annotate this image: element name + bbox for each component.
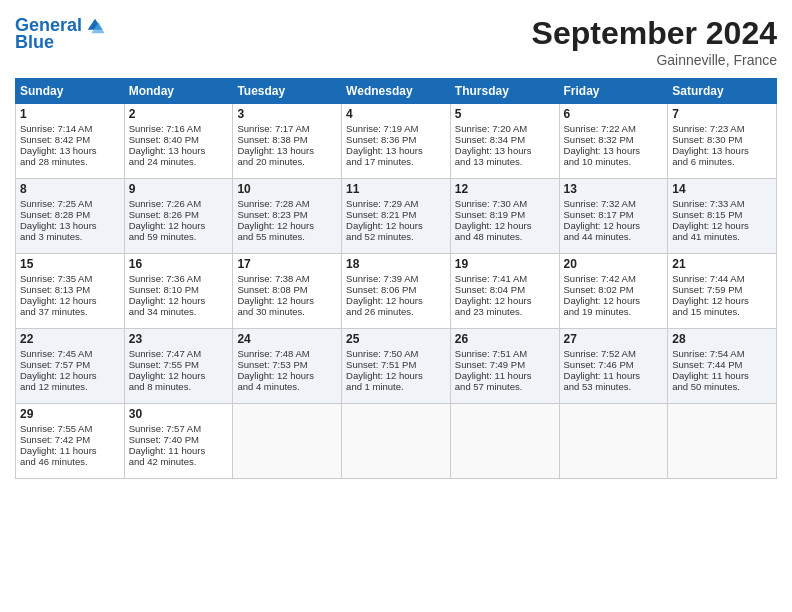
day-info: Daylight: 12 hours: [564, 295, 664, 306]
day-info: and 30 minutes.: [237, 306, 337, 317]
day-info: Daylight: 11 hours: [20, 445, 120, 456]
day-info: Sunset: 8:30 PM: [672, 134, 772, 145]
day-info: Daylight: 12 hours: [455, 220, 555, 231]
calendar-cell: 30Sunrise: 7:57 AMSunset: 7:40 PMDayligh…: [124, 404, 233, 479]
day-number: 6: [564, 107, 664, 121]
calendar-cell: 6Sunrise: 7:22 AMSunset: 8:32 PMDaylight…: [559, 104, 668, 179]
day-info: Sunset: 8:04 PM: [455, 284, 555, 295]
calendar-cell: 19Sunrise: 7:41 AMSunset: 8:04 PMDayligh…: [450, 254, 559, 329]
day-info: Daylight: 12 hours: [346, 220, 446, 231]
day-info: Sunset: 7:44 PM: [672, 359, 772, 370]
day-info: Daylight: 13 hours: [237, 145, 337, 156]
day-info: Sunrise: 7:35 AM: [20, 273, 120, 284]
day-info: and 46 minutes.: [20, 456, 120, 467]
day-info: Sunrise: 7:42 AM: [564, 273, 664, 284]
day-info: Sunset: 8:17 PM: [564, 209, 664, 220]
day-number: 25: [346, 332, 446, 346]
logo: General Blue: [15, 15, 106, 53]
day-number: 1: [20, 107, 120, 121]
col-monday: Monday: [124, 79, 233, 104]
day-info: Sunset: 7:57 PM: [20, 359, 120, 370]
calendar-cell: 9Sunrise: 7:26 AMSunset: 8:26 PMDaylight…: [124, 179, 233, 254]
day-info: Sunset: 8:23 PM: [237, 209, 337, 220]
calendar-week-row: 29Sunrise: 7:55 AMSunset: 7:42 PMDayligh…: [16, 404, 777, 479]
col-tuesday: Tuesday: [233, 79, 342, 104]
day-info: Sunrise: 7:48 AM: [237, 348, 337, 359]
day-number: 24: [237, 332, 337, 346]
day-info: Sunset: 8:38 PM: [237, 134, 337, 145]
calendar-week-row: 22Sunrise: 7:45 AMSunset: 7:57 PMDayligh…: [16, 329, 777, 404]
calendar-cell: 1Sunrise: 7:14 AMSunset: 8:42 PMDaylight…: [16, 104, 125, 179]
day-info: Sunrise: 7:38 AM: [237, 273, 337, 284]
day-info: and 55 minutes.: [237, 231, 337, 242]
day-number: 12: [455, 182, 555, 196]
day-info: Sunrise: 7:29 AM: [346, 198, 446, 209]
day-info: and 24 minutes.: [129, 156, 229, 167]
day-info: and 42 minutes.: [129, 456, 229, 467]
day-info: and 23 minutes.: [455, 306, 555, 317]
day-info: Sunrise: 7:50 AM: [346, 348, 446, 359]
calendar-cell: 21Sunrise: 7:44 AMSunset: 7:59 PMDayligh…: [668, 254, 777, 329]
day-info: Sunset: 8:34 PM: [455, 134, 555, 145]
day-number: 13: [564, 182, 664, 196]
day-info: Sunset: 7:46 PM: [564, 359, 664, 370]
day-number: 17: [237, 257, 337, 271]
calendar-cell: 3Sunrise: 7:17 AMSunset: 8:38 PMDaylight…: [233, 104, 342, 179]
day-info: Sunset: 8:26 PM: [129, 209, 229, 220]
page-header: General Blue September 2024 Gainneville,…: [15, 15, 777, 68]
day-info: Sunrise: 7:28 AM: [237, 198, 337, 209]
day-info: and 34 minutes.: [129, 306, 229, 317]
day-info: Daylight: 13 hours: [20, 145, 120, 156]
day-number: 19: [455, 257, 555, 271]
day-info: Sunrise: 7:26 AM: [129, 198, 229, 209]
day-info: and 12 minutes.: [20, 381, 120, 392]
day-number: 11: [346, 182, 446, 196]
col-wednesday: Wednesday: [342, 79, 451, 104]
calendar-cell: 25Sunrise: 7:50 AMSunset: 7:51 PMDayligh…: [342, 329, 451, 404]
day-number: 3: [237, 107, 337, 121]
calendar-cell: 24Sunrise: 7:48 AMSunset: 7:53 PMDayligh…: [233, 329, 342, 404]
day-info: Daylight: 13 hours: [129, 145, 229, 156]
day-number: 27: [564, 332, 664, 346]
day-info: Sunrise: 7:22 AM: [564, 123, 664, 134]
day-number: 21: [672, 257, 772, 271]
day-info: and 50 minutes.: [672, 381, 772, 392]
day-info: Sunset: 7:59 PM: [672, 284, 772, 295]
day-info: and 28 minutes.: [20, 156, 120, 167]
day-info: Sunrise: 7:44 AM: [672, 273, 772, 284]
day-info: Sunrise: 7:25 AM: [20, 198, 120, 209]
day-info: Daylight: 12 hours: [237, 220, 337, 231]
day-number: 8: [20, 182, 120, 196]
day-info: Sunset: 8:21 PM: [346, 209, 446, 220]
calendar-table: Sunday Monday Tuesday Wednesday Thursday…: [15, 78, 777, 479]
calendar-cell: 17Sunrise: 7:38 AMSunset: 8:08 PMDayligh…: [233, 254, 342, 329]
day-info: Sunrise: 7:17 AM: [237, 123, 337, 134]
day-info: Daylight: 11 hours: [564, 370, 664, 381]
calendar-week-row: 1Sunrise: 7:14 AMSunset: 8:42 PMDaylight…: [16, 104, 777, 179]
day-number: 28: [672, 332, 772, 346]
calendar-cell: 2Sunrise: 7:16 AMSunset: 8:40 PMDaylight…: [124, 104, 233, 179]
day-info: and 15 minutes.: [672, 306, 772, 317]
day-info: and 59 minutes.: [129, 231, 229, 242]
day-number: 9: [129, 182, 229, 196]
col-thursday: Thursday: [450, 79, 559, 104]
page-container: General Blue September 2024 Gainneville,…: [0, 0, 792, 489]
day-info: and 57 minutes.: [455, 381, 555, 392]
day-info: Daylight: 12 hours: [129, 295, 229, 306]
day-info: Sunset: 7:55 PM: [129, 359, 229, 370]
day-info: Sunrise: 7:47 AM: [129, 348, 229, 359]
day-info: Daylight: 12 hours: [20, 370, 120, 381]
day-info: Sunset: 7:49 PM: [455, 359, 555, 370]
day-info: Daylight: 11 hours: [672, 370, 772, 381]
day-info: Sunrise: 7:45 AM: [20, 348, 120, 359]
calendar-cell: 28Sunrise: 7:54 AMSunset: 7:44 PMDayligh…: [668, 329, 777, 404]
day-info: Sunrise: 7:54 AM: [672, 348, 772, 359]
day-info: Daylight: 13 hours: [672, 145, 772, 156]
title-block: September 2024 Gainneville, France: [532, 15, 777, 68]
day-info: Sunrise: 7:19 AM: [346, 123, 446, 134]
day-info: and 48 minutes.: [455, 231, 555, 242]
calendar-cell: [450, 404, 559, 479]
day-number: 26: [455, 332, 555, 346]
day-info: Sunset: 8:10 PM: [129, 284, 229, 295]
day-number: 29: [20, 407, 120, 421]
